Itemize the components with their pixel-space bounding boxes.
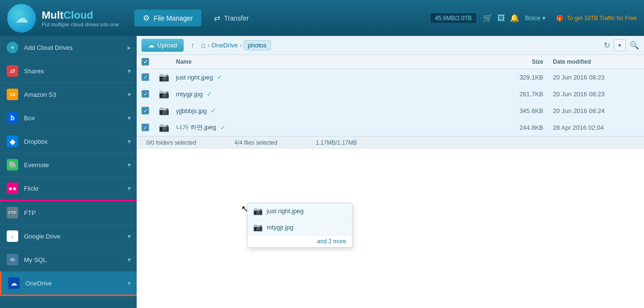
- drag-item-1: 📷 just right.jpeg: [247, 203, 352, 219]
- breadcrumb-sep-2: ›: [240, 42, 242, 49]
- breadcrumb-home[interactable]: ⌂: [201, 41, 206, 50]
- amazon-icon-wrap: S3: [6, 88, 19, 101]
- sidebar-label-box: Box: [24, 114, 128, 122]
- toolbar-right: ↻ ▾ 🔍: [604, 39, 639, 51]
- view-dropdown[interactable]: ▾: [614, 39, 626, 51]
- shares-arrow: ▾: [128, 67, 131, 75]
- sidebar-item-flickr[interactable]: ●● Flickr ▾: [0, 177, 137, 201]
- logo-text: MultCloud Put multiple cloud drives into…: [42, 9, 119, 27]
- file-manager-icon: ⚙: [143, 13, 150, 23]
- sidebar-item-mysql[interactable]: db My SQL ▾: [0, 248, 137, 272]
- sidebar-item-shares[interactable]: ⇄ Shares ▾: [0, 59, 137, 83]
- refresh-button[interactable]: ↻: [604, 41, 610, 50]
- amazon-arrow: ▾: [128, 91, 131, 98]
- col-check-all[interactable]: ✓: [141, 58, 159, 66]
- breadcrumb-onedrive[interactable]: OneDrive: [211, 42, 238, 49]
- sidebar-item-amazon-s3[interactable]: S3 Amazon S3 ▾: [0, 83, 137, 106]
- toolbar: ☁ Upload ↑ ⌂ › OneDrive › photos ↻ ▾ 🔍: [137, 36, 644, 55]
- onedrive-arrow: ▾: [128, 279, 131, 287]
- gift-icon: 🎁: [556, 15, 563, 22]
- storage-badge: 45.6MB/2.0TB: [430, 12, 477, 24]
- breadcrumb: ⌂ › OneDrive › photos: [201, 40, 600, 50]
- sidebar-item-onedrive[interactable]: ☁ OneDrive ▾: [0, 272, 137, 296]
- flickr-icon-wrap: ●●: [6, 182, 19, 195]
- content-area: ☁ Upload ↑ ⌂ › OneDrive › photos ↻ ▾ 🔍: [137, 36, 644, 308]
- back-button[interactable]: ↑: [187, 39, 197, 52]
- row-2-icon: 📷: [159, 89, 176, 99]
- search-button[interactable]: 🔍: [630, 41, 639, 50]
- user-name[interactable]: Boice ▾: [525, 14, 546, 22]
- sidebar-label-onedrive: OneDrive: [25, 280, 128, 287]
- tab-transfer[interactable]: ⇄ Transfer: [205, 10, 258, 26]
- table-row[interactable]: ✓ 📷 mtygjr.jpg ✓ 281.7KB 20 Jun 2016 08:…: [137, 86, 644, 103]
- sidebar-item-dropbox[interactable]: ◆ Dropbox ▾: [0, 130, 137, 153]
- table-row[interactable]: ✓ 📷 yjjbbbjs.jpg ✓ 345.6KB 20 Jun 2016 0…: [137, 103, 644, 119]
- row-3-date: 20 Jun 2016 08:24: [553, 107, 639, 114]
- tab-transfer-label: Transfer: [224, 14, 249, 22]
- sidebar-label-ftp: FTP: [24, 209, 131, 217]
- row-1-date: 20 Jun 2016 08:23: [553, 74, 639, 81]
- status-bar: 0/0 folders selected 4/4 files selected …: [137, 136, 644, 149]
- row-3-icon: 📷: [159, 105, 176, 116]
- row-4-check[interactable]: ✓: [141, 124, 159, 131]
- flickr-icon: ●●: [7, 183, 18, 194]
- table-row[interactable]: ✓ 📷 just right.jpeg ✓ 329.1KB 20 Jun 201…: [137, 69, 644, 86]
- header-icons: 🛒 🖼 🔔: [483, 13, 519, 23]
- evernote-icon: 🐘: [7, 159, 18, 171]
- box-arrow: ▾: [128, 114, 131, 122]
- logo-name-part1: Mult: [42, 9, 63, 21]
- shares-icon: ⇄: [7, 65, 18, 77]
- files-selected: 4/4 files selected: [234, 139, 277, 146]
- col-size-header: Size: [495, 58, 553, 65]
- row-4-icon: 📷: [159, 122, 176, 133]
- sidebar-item-add-cloud[interactable]: + Add Cloud Drives ▸: [0, 36, 137, 59]
- shares-icon-wrap: ⇄: [6, 64, 19, 78]
- row-1-check[interactable]: ✓: [141, 73, 159, 81]
- table-row[interactable]: ✓ 📷 니가 하면.jpeg ✓ 244.8KB 28 Apr 2016 02:…: [137, 119, 644, 136]
- row-3-name: yjjbbbjs.jpg ✓: [176, 107, 495, 114]
- evernote-arrow: ▾: [128, 161, 131, 169]
- ftp-icon-wrap: FTP: [6, 206, 19, 219]
- sync-status-icon: ✓: [211, 107, 216, 114]
- logo-name: MultCloud: [42, 9, 119, 22]
- breadcrumb-photos[interactable]: photos: [244, 40, 271, 50]
- flickr-arrow: ▾: [128, 184, 131, 192]
- sidebar-label-mysql: My SQL: [24, 256, 128, 263]
- gdrive-arrow: ▾: [128, 232, 131, 240]
- file-type-icon: 📷: [159, 72, 169, 82]
- sidebar-item-evernote[interactable]: 🐘 Evernote ▾: [0, 153, 137, 177]
- image-icon[interactable]: 🖼: [497, 14, 505, 23]
- row-3-check[interactable]: ✓: [141, 107, 159, 114]
- drag-tooltip: 📷 just right.jpeg 📷 mtygjr.jpg and 2 mor…: [247, 203, 352, 248]
- row-2-name: mtygjr.jpg ✓: [176, 90, 495, 98]
- header-right: 45.6MB/2.0TB 🛒 🖼 🔔 Boice ▾ 🎁 To get 10TB…: [430, 12, 637, 24]
- sidebar-item-ftp[interactable]: FTP FTP: [0, 201, 137, 225]
- sidebar-item-box[interactable]: b Box ▾: [0, 106, 137, 130]
- sync-status-icon: ✓: [217, 73, 222, 81]
- sidebar: + Add Cloud Drives ▸ ⇄ Shares ▾ S3 Amazo…: [0, 36, 137, 308]
- row-2-date: 20 Jun 2016 08:23: [553, 91, 639, 98]
- check-all-box[interactable]: ✓: [141, 58, 149, 66]
- col-name-header: Name: [176, 58, 495, 65]
- bell-icon[interactable]: 🔔: [510, 13, 519, 23]
- sync-status-icon: ✓: [207, 90, 212, 98]
- row-1-name: just right.jpeg ✓: [176, 73, 495, 81]
- sidebar-label-evernote: Evernote: [24, 161, 128, 169]
- amazon-icon: S3: [7, 89, 18, 100]
- logo-name-part2: Cloud: [63, 9, 93, 21]
- tab-file-manager-label: File Manager: [153, 14, 193, 22]
- box-icon: b: [7, 112, 18, 124]
- row-2-check[interactable]: ✓: [141, 90, 159, 98]
- add-icon: +: [7, 42, 18, 53]
- sidebar-label-shares: Shares: [24, 68, 128, 75]
- cart-icon[interactable]: 🛒: [483, 13, 492, 23]
- upload-button[interactable]: ☁ Upload: [141, 39, 184, 52]
- sidebar-item-google-drive[interactable]: ▲ Google Drive ▾: [0, 225, 137, 248]
- onedrive-icon: ☁: [8, 277, 20, 289]
- size-info: 1.17MB/1.17MB: [316, 139, 357, 146]
- promo-banner[interactable]: 🎁 To get 10TB Traffic for Free: [556, 15, 637, 22]
- logo-icon: [7, 4, 36, 33]
- tab-file-manager[interactable]: ⚙ File Manager: [134, 10, 201, 26]
- row-4-size: 244.8KB: [495, 124, 553, 131]
- row-2-size: 281.7KB: [495, 91, 553, 98]
